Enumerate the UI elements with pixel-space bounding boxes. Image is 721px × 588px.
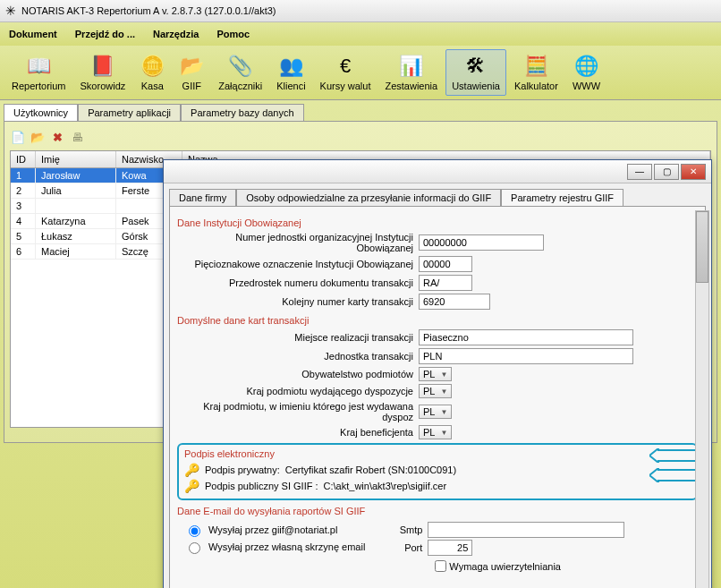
menu-przejdz[interactable]: Przejdź do ... (66, 25, 144, 43)
input-numer-jednostki[interactable] (419, 234, 544, 251)
key-icon: 🔑 (184, 463, 199, 477)
label-jednostka: Jednostka transakcji (177, 351, 419, 362)
globe-icon: 🌐 (573, 54, 598, 79)
tool-kursy[interactable]: €Kursy walut (314, 49, 377, 96)
tool-label: Skorowidz (81, 81, 126, 91)
radio-wlasna[interactable] (189, 542, 200, 554)
radio-label: Wysyłaj przez giif@notariat.pl (208, 524, 337, 535)
input-port[interactable] (428, 540, 472, 556)
tool-repertorium[interactable]: 📖Repertorium (5, 49, 72, 96)
menu-pomoc[interactable]: Pomoc (208, 25, 259, 43)
titlebar: ✳ NOTARIS AKT-3 Repertorium A v. 2.8.7.3… (0, 0, 721, 22)
tool-label: Ustawienia (452, 81, 500, 91)
tool-ustawienia[interactable]: 🛠Ustawienia (445, 49, 506, 96)
label-kolejny: Kolejny numer karty transakcji (177, 296, 419, 307)
tab-parametry-bazy[interactable]: Parametry bazy danych (181, 104, 304, 121)
input-piecio[interactable] (419, 256, 472, 272)
menu-narzedzia[interactable]: Narzędzia (144, 25, 208, 43)
minimize-button[interactable]: — (627, 164, 652, 180)
radio-giif[interactable] (189, 525, 200, 537)
label-krajwyd: Kraj podmiotu wydającego dyspozycje (177, 386, 419, 396)
tab-parametry-aplikacji[interactable]: Parametry aplikacji (78, 104, 181, 121)
combo-obywatelstwo[interactable]: PL (419, 367, 452, 381)
tool-klienci[interactable]: 👥Klienci (270, 49, 311, 96)
th-imie[interactable]: Imię (36, 151, 116, 167)
tab-uzytkownicy[interactable]: Użytkownicy (4, 104, 78, 121)
scroll-thumb[interactable] (696, 211, 708, 283)
combo-kraj-wydajacy[interactable]: PL (419, 384, 452, 398)
delete-icon[interactable]: ✖ (49, 129, 65, 145)
radio-wlasna-mail[interactable]: Wysyłaj przez własną skrzynę email (184, 540, 365, 554)
settings-dialog: — ▢ ✕ Dane firmy Osoby odpowiedzialne za… (163, 159, 712, 588)
label-wymaga: Wymaga uwierzytelniania (449, 561, 561, 572)
cell-id: 3 (11, 199, 36, 213)
open-icon[interactable]: 📂 (30, 129, 46, 145)
row-podpis-publiczny[interactable]: 🔑 Podpis publiczny SI GIIF : C:\akt_win\… (184, 479, 691, 493)
label-krajimieniu: Kraj podmiotu, w imieniu którego jest wy… (177, 401, 419, 422)
label-podpis-pub: Podpis publiczny SI GIIF : (205, 481, 318, 491)
label-obyw: Obywatelstwo podmiotów (177, 369, 419, 379)
cell-id: 1 (11, 168, 36, 183)
group-podpis: Podpis elektroniczny (184, 448, 691, 459)
toolbar: 📖Repertorium 📕Skorowidz 🪙Kasa 📂GIIF 📎Zał… (0, 46, 721, 100)
tool-label: Kalkulator (514, 81, 558, 91)
label-miejsce: Miejsce realizacji transakcji (177, 332, 419, 343)
tool-kalkulator[interactable]: 🧮Kalkulator (508, 49, 564, 96)
signature-box: Podpis elektroniczny 🔑 Podpis prywatny: … (177, 443, 698, 500)
menu-dokument[interactable]: Dokument (0, 25, 66, 43)
tool-skorowidz[interactable]: 📕Skorowidz (74, 49, 132, 96)
row-podpis-prywatny[interactable]: 🔑 Podpis prywatny: Certyfikat szafir Rob… (184, 463, 691, 477)
folder-icon: 📂 (179, 54, 204, 79)
input-kolejny[interactable] (419, 294, 490, 310)
label-smtp: Smtp (392, 524, 428, 535)
checkbox-uwierzytelnianie[interactable] (435, 560, 446, 572)
input-miejsce[interactable] (419, 329, 633, 345)
scrollbar[interactable] (695, 210, 709, 588)
value-cert: Certyfikat szafir Robert (SN:0100C091) (285, 464, 456, 475)
tool-kasa[interactable]: 🪙Kasa (133, 49, 171, 96)
tool-label: Zestawienia (385, 81, 437, 91)
users-small-toolbar: 📄 📂 ✖ 🖶 (10, 127, 711, 150)
tab-osoby[interactable]: Osoby odpowiedzialne za przesyłanie info… (236, 189, 501, 206)
tab-parametry-giif[interactable]: Parametry rejestru GIIF (501, 189, 623, 206)
attachment-icon: 📎 (228, 54, 253, 79)
group-email: Dane E-mail do wysyłania raportów SI GII… (177, 506, 698, 516)
input-smtp[interactable] (428, 522, 624, 538)
label-podpis-pryw: Podpis prywatny: (205, 464, 280, 475)
cell-id: 4 (11, 214, 36, 228)
menubar: Dokument Przejdź do ... Narzędzia Pomoc (0, 22, 721, 46)
group-domyslne: Domyślne dane kart transakcji (177, 315, 698, 326)
tool-zalaczniki[interactable]: 📎Załączniki (212, 49, 268, 96)
label-przedrostek: Przedrostek numeru dokumentu transakcji (177, 277, 419, 288)
label-piecio: Pięcioznakowe oznaczenie Instytucji Obow… (177, 259, 419, 269)
combo-kraj-beneficjenta[interactable]: PL (419, 425, 452, 439)
print-icon[interactable]: 🖶 (69, 129, 85, 145)
input-przedrostek[interactable] (419, 275, 472, 291)
cell-id: 6 (11, 244, 36, 259)
th-id[interactable]: ID (11, 151, 36, 167)
close-button[interactable]: ✕ (681, 164, 706, 180)
radio-giif-mail[interactable]: Wysyłaj przez giif@notariat.pl (184, 523, 365, 537)
input-jednostka[interactable] (419, 348, 633, 364)
report-icon: 📊 (399, 54, 424, 79)
workspace: Użytkownicy Parametry aplikacji Parametr… (0, 100, 721, 588)
tool-label: Załączniki (218, 81, 262, 91)
label-numer: Numer jednostki organizacyjnej Instytucj… (177, 232, 419, 253)
coins-icon: 🪙 (140, 54, 165, 79)
calculator-icon: 🧮 (523, 54, 548, 79)
tool-zestawienia[interactable]: 📊Zestawienia (378, 49, 444, 96)
app-icon: ✳ (5, 4, 16, 18)
new-icon[interactable]: 📄 (10, 129, 26, 145)
combo-kraj-imieniu[interactable]: PL (419, 405, 452, 419)
window-title: NOTARIS AKT-3 Repertorium A v. 2.8.7.3 (… (21, 5, 276, 16)
tab-dane-firmy[interactable]: Dane firmy (169, 189, 236, 206)
tool-label: Klienci (276, 81, 305, 91)
tool-giif[interactable]: 📂GIIF (173, 49, 210, 96)
tool-www[interactable]: 🌐WWW (566, 49, 606, 96)
tool-label: Repertorium (12, 81, 66, 91)
cell-imie: Maciej (36, 244, 116, 259)
maximize-button[interactable]: ▢ (654, 164, 679, 180)
tool-label: WWW (573, 81, 600, 91)
tool-label: GIIF (182, 81, 201, 91)
value-cert-path: C:\akt_win\akt3\rep\sigiif.cer (324, 481, 447, 491)
